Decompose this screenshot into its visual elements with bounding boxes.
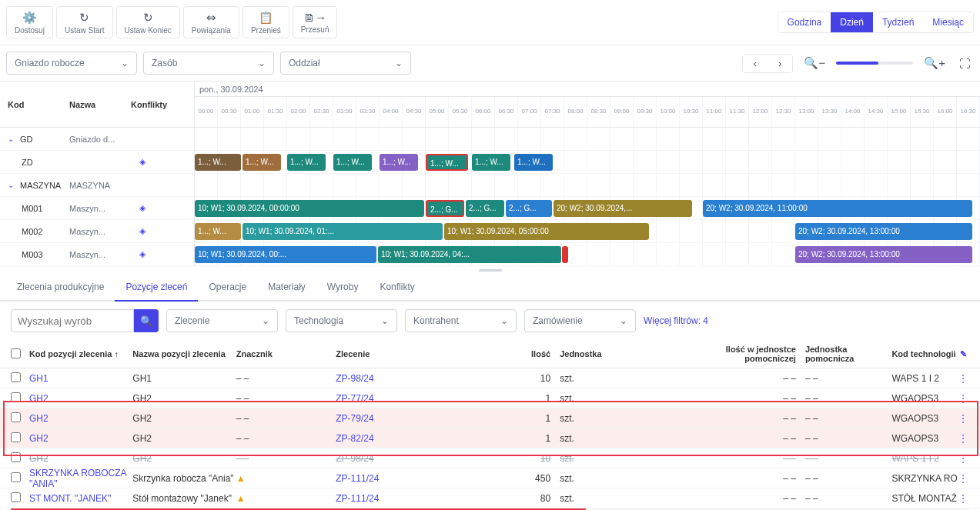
row-menu-button[interactable]: ⋮ (957, 473, 969, 484)
gantt-bar[interactable]: 1...; W... (472, 154, 510, 171)
branch-dropdown[interactable]: Oddział⌄ (280, 52, 411, 75)
item-code-link[interactable]: ST MONT. "JANEK" (29, 493, 132, 504)
order-link[interactable]: ZP-98/24 (336, 453, 512, 464)
split-handle[interactable] (0, 266, 980, 274)
gantt-row-M003[interactable]: M003Maszyn...◈ (0, 243, 194, 266)
search-button[interactable]: 🔍 (134, 309, 159, 332)
gantt-row-MASZYNA[interactable]: ⌄MASZYNAMASZYNA (0, 174, 194, 197)
order-link[interactable]: ZP-98/24 (336, 373, 512, 384)
zoom-in-button[interactable]: 🔍+ (921, 55, 948, 72)
row-menu-button[interactable]: ⋮ (957, 453, 969, 464)
row-menu-button[interactable]: ⋮ (957, 493, 969, 504)
col-aux-qty[interactable]: Ilość w jednostce pomocniczej (674, 345, 796, 363)
gantt-bar[interactable]: 10; W1; 30.09.2024, 00:00:00 (195, 200, 424, 217)
table-row[interactable]: GH2GH2– –ZP-79/241szt.– –– –WGAOPS3⋮ (0, 408, 980, 428)
gantt-bar[interactable]: 10; W1; 30.09.2024, 05:00:00 (444, 223, 649, 240)
select-all-checkbox[interactable] (11, 348, 21, 358)
col-name[interactable]: Nazwa pozycji zlecenia (132, 349, 236, 358)
item-code-link[interactable]: GH2 (29, 393, 132, 404)
item-code-link[interactable]: GH2 (29, 433, 132, 444)
resource-dropdown[interactable]: Zasób⌄ (143, 52, 274, 75)
order-link[interactable]: ZP-111/24 (336, 473, 512, 484)
gantt-bar[interactable]: 20; W2; 30.09.2024,... (554, 200, 692, 217)
order-link[interactable]: ZP-111/24 (336, 493, 512, 504)
view-week-button[interactable]: Tydzień (873, 12, 923, 32)
row-menu-button[interactable]: ⋮ (957, 393, 969, 404)
gantt-row-ZD[interactable]: ZD◈ (0, 151, 194, 174)
gantt-row-M002[interactable]: M002Maszyn...◈ (0, 220, 194, 243)
technology-dropdown[interactable]: Technologia⌄ (286, 309, 397, 332)
next-button[interactable]: › (768, 55, 792, 72)
col-aux-unit[interactable]: Jednostka pomocnicza (796, 345, 892, 363)
zoom-slider[interactable] (836, 62, 913, 65)
table-row[interactable]: GH2GH2– –ZP-77/241szt.– –– –WGAOPS3⋮ (0, 388, 980, 408)
expander-icon[interactable]: ⌄ (8, 181, 17, 189)
gantt-bar[interactable]: 1...; W... (242, 154, 281, 171)
tab-materialy[interactable]: Materiały (257, 274, 316, 300)
row-checkbox[interactable] (11, 472, 21, 482)
gantt-bar[interactable]: 2...; G... (426, 200, 464, 217)
item-code-link[interactable]: GH2 (29, 413, 132, 424)
links-button[interactable]: ⇔Powiązania (183, 6, 239, 38)
row-menu-button[interactable]: ⋮ (957, 413, 969, 424)
tab-konflikty[interactable]: Konflikty (369, 274, 425, 300)
gantt-bar[interactable]: 10; W1; 30.09.2024, 04:... (378, 246, 561, 263)
shift-button[interactable]: 🗎→Przesuń (293, 6, 338, 38)
table-row[interactable]: SKRZYNKA ROBOCZA "ANIA"Skrzynka robocza … (0, 468, 980, 488)
gantt-bar[interactable]: 1...; W... (287, 154, 326, 171)
item-code-link[interactable]: GH1 (29, 373, 132, 384)
gantt-row-GD[interactable]: ⌄GDGniazdo d... (0, 128, 194, 151)
order-link[interactable]: ZP-79/24 (336, 413, 512, 424)
view-hour-button[interactable]: Godzina (778, 12, 831, 32)
contractor-dropdown[interactable]: Kontrahent⌄ (405, 309, 517, 332)
gantt-bar[interactable]: 10; W1; 30.09.2024, 00:... (195, 246, 376, 263)
gantt-row-M001[interactable]: M001Maszyn...◈ (0, 197, 194, 220)
zoom-out-button[interactable]: 🔍− (801, 55, 828, 72)
table-row[interactable]: GH2GH2– –ZP-82/241szt.– –– –WGAOPS3⋮ (0, 428, 980, 448)
row-checkbox[interactable] (11, 452, 21, 462)
col-code[interactable]: Kod pozycji zlecenia ↑ (29, 349, 132, 358)
gantt-bar[interactable]: 20; W2; 30.09.2024, 13:00:00 (795, 246, 972, 263)
tab-wyroby[interactable]: Wyroby (316, 274, 370, 300)
edit-columns-icon[interactable]: ✎ (957, 349, 969, 359)
gantt-bar[interactable]: 2...; G... (466, 200, 504, 217)
set-start-button[interactable]: ↻Ustaw Start (56, 6, 113, 38)
row-menu-button[interactable]: ⋮ (957, 433, 969, 444)
prev-button[interactable]: ‹ (743, 55, 768, 72)
table-row[interactable]: GH1GH1– –ZP-98/2410szt.– –– –WAPS 1 I 2⋮ (0, 368, 980, 388)
row-checkbox[interactable] (11, 392, 21, 402)
purchase-order-dropdown[interactable]: Zamówienie⌄ (524, 309, 636, 332)
move-button[interactable]: 📋Przenieś (242, 6, 289, 38)
row-checkbox[interactable] (11, 412, 21, 422)
search-input[interactable] (11, 309, 134, 332)
gantt-bar[interactable]: 1...; W... (333, 154, 372, 171)
more-filters-link[interactable]: Więcej filtrów: 4 (644, 315, 708, 326)
col-tech[interactable]: Kod technologii (891, 349, 957, 358)
gantt-bar[interactable]: 1...; W... (195, 154, 241, 171)
tab-pozycje[interactable]: Pozycje zleceń (115, 274, 198, 302)
expander-icon[interactable]: ⌄ (8, 135, 17, 143)
gantt-bar[interactable] (562, 246, 568, 263)
fullscreen-button[interactable]: ⛶ (956, 55, 974, 72)
row-checkbox[interactable] (11, 432, 21, 442)
gantt-bar[interactable]: 1...; W... (426, 154, 468, 171)
gantt-bar[interactable]: 1...; W... (195, 223, 241, 240)
gantt-bar[interactable]: 20; W2; 30.09.2024, 11:00:00 (703, 200, 972, 217)
table-row[interactable]: ST MONT. "JANEK"Stół montażowy "Janek"▲Z… (0, 488, 980, 508)
gantt-bar[interactable]: 1...; W... (380, 154, 418, 171)
tab-operacje[interactable]: Operacje (198, 274, 257, 300)
gantt-bar[interactable]: 20; W2; 30.09.2024, 13:00:00 (795, 223, 972, 240)
col-order[interactable]: Zlecenie (336, 349, 512, 358)
table-row[interactable]: GH2GH2– –ZP-98/2410szt.– –– –WAPS 1 I 2⋮ (0, 448, 980, 468)
set-end-button[interactable]: ↻Ustaw Koniec (116, 6, 180, 38)
gantt-bar[interactable]: 2...; G... (506, 200, 552, 217)
col-mark[interactable]: Znacznik (236, 349, 336, 358)
workcell-dropdown[interactable]: Gniazdo robocze⌄ (6, 52, 137, 75)
row-menu-button[interactable]: ⋮ (957, 373, 969, 384)
customize-button[interactable]: ⚙️Dostosuj (6, 6, 53, 38)
col-unit[interactable]: Jednostka (550, 349, 673, 358)
order-dropdown[interactable]: Zlecenie⌄ (166, 309, 278, 332)
row-checkbox[interactable] (11, 372, 21, 382)
row-checkbox[interactable] (11, 492, 21, 502)
view-month-button[interactable]: Miesiąc (923, 12, 973, 32)
